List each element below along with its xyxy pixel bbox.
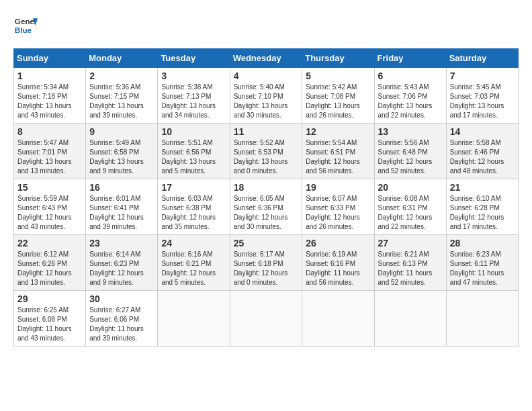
day-number: 4 (234, 71, 299, 81)
day-number: 17 (161, 182, 226, 193)
day-info: Sunrise: 6:12 AMSunset: 6:26 PMDaylight:… (17, 250, 82, 287)
day-info: Sunrise: 6:03 AMSunset: 6:38 PMDaylight:… (161, 194, 226, 232)
week-row-3: 15Sunrise: 5:59 AMSunset: 6:43 PMDayligh… (14, 179, 519, 235)
day-info: Sunrise: 5:47 AMSunset: 7:01 PMDaylight:… (17, 138, 82, 176)
day-info: Sunrise: 6:25 AMSunset: 6:08 PMDaylight:… (17, 306, 82, 343)
day-info: Sunrise: 5:40 AMSunset: 7:10 PMDaylight:… (234, 83, 299, 120)
day-number: 23 (89, 238, 154, 248)
column-header-tuesday: Tuesday (158, 49, 230, 68)
day-info: Sunrise: 6:17 AMSunset: 6:18 PMDaylight:… (234, 250, 299, 287)
day-info: Sunrise: 5:49 AMSunset: 6:58 PMDaylight:… (89, 138, 154, 176)
day-number: 14 (450, 126, 515, 137)
day-number: 26 (306, 238, 370, 248)
calendar-cell (302, 291, 374, 347)
week-row-2: 8Sunrise: 5:47 AMSunset: 7:01 PMDaylight… (14, 124, 519, 179)
column-header-saturday: Saturday (446, 49, 518, 68)
day-number: 3 (161, 71, 226, 81)
page-header: General Blue (13, 13, 519, 38)
calendar-cell: 27Sunrise: 6:21 AMSunset: 6:13 PMDayligh… (374, 235, 446, 291)
day-number: 21 (450, 182, 515, 193)
calendar-cell: 24Sunrise: 6:16 AMSunset: 6:21 PMDayligh… (158, 235, 230, 291)
calendar-cell: 7Sunrise: 5:45 AMSunset: 7:03 PMDaylight… (446, 68, 518, 124)
svg-text:Blue: Blue (15, 26, 32, 34)
calendar-cell: 23Sunrise: 6:14 AMSunset: 6:23 PMDayligh… (86, 235, 158, 291)
calendar-cell: 13Sunrise: 5:56 AMSunset: 6:48 PMDayligh… (374, 124, 446, 179)
day-info: Sunrise: 6:19 AMSunset: 6:16 PMDaylight:… (306, 250, 370, 287)
calendar-cell: 5Sunrise: 5:42 AMSunset: 7:08 PMDaylight… (302, 68, 374, 124)
day-number: 6 (378, 71, 443, 81)
calendar-cell: 2Sunrise: 5:36 AMSunset: 7:15 PMDaylight… (86, 68, 158, 124)
day-info: Sunrise: 5:36 AMSunset: 7:15 PMDaylight:… (89, 83, 154, 120)
day-info: Sunrise: 6:08 AMSunset: 6:31 PMDaylight:… (378, 194, 443, 232)
day-info: Sunrise: 5:45 AMSunset: 7:03 PMDaylight:… (450, 83, 515, 120)
day-number: 11 (234, 126, 299, 137)
calendar-cell: 18Sunrise: 6:05 AMSunset: 6:36 PMDayligh… (230, 179, 302, 235)
calendar-cell: 21Sunrise: 6:10 AMSunset: 6:28 PMDayligh… (446, 179, 518, 235)
calendar-cell: 25Sunrise: 6:17 AMSunset: 6:18 PMDayligh… (230, 235, 302, 291)
day-info: Sunrise: 5:59 AMSunset: 6:43 PMDaylight:… (17, 194, 82, 232)
day-number: 13 (378, 126, 443, 137)
day-number: 18 (234, 182, 299, 193)
day-number: 2 (89, 71, 154, 81)
calendar-cell: 26Sunrise: 6:19 AMSunset: 6:16 PMDayligh… (302, 235, 374, 291)
day-info: Sunrise: 6:01 AMSunset: 6:41 PMDaylight:… (89, 194, 154, 232)
column-header-sunday: Sunday (14, 49, 86, 68)
day-info: Sunrise: 6:16 AMSunset: 6:21 PMDaylight:… (161, 250, 226, 287)
day-info: Sunrise: 6:07 AMSunset: 6:33 PMDaylight:… (306, 194, 370, 232)
day-info: Sunrise: 5:58 AMSunset: 6:46 PMDaylight:… (450, 138, 515, 176)
day-number: 9 (89, 126, 154, 137)
day-number: 22 (17, 238, 82, 248)
day-info: Sunrise: 5:51 AMSunset: 6:56 PMDaylight:… (161, 138, 226, 176)
calendar-cell: 6Sunrise: 5:43 AMSunset: 7:06 PMDaylight… (374, 68, 446, 124)
day-headers-row: SundayMondayTuesdayWednesdayThursdayFrid… (14, 49, 519, 68)
day-number: 28 (450, 238, 515, 248)
day-number: 12 (306, 126, 370, 137)
calendar-cell: 3Sunrise: 5:38 AMSunset: 7:13 PMDaylight… (158, 68, 230, 124)
day-info: Sunrise: 5:52 AMSunset: 6:53 PMDaylight:… (234, 138, 299, 176)
day-number: 1 (17, 71, 82, 81)
day-info: Sunrise: 5:56 AMSunset: 6:48 PMDaylight:… (378, 138, 443, 176)
calendar-cell: 11Sunrise: 5:52 AMSunset: 6:53 PMDayligh… (230, 124, 302, 179)
day-number: 20 (378, 182, 443, 193)
day-info: Sunrise: 5:54 AMSunset: 6:51 PMDaylight:… (306, 138, 370, 176)
day-number: 16 (89, 182, 154, 193)
day-info: Sunrise: 5:34 AMSunset: 7:18 PMDaylight:… (17, 83, 82, 120)
week-row-1: 1Sunrise: 5:34 AMSunset: 7:18 PMDaylight… (14, 68, 519, 124)
column-header-thursday: Thursday (302, 49, 374, 68)
week-row-4: 22Sunrise: 6:12 AMSunset: 6:26 PMDayligh… (14, 235, 519, 291)
calendar-cell: 1Sunrise: 5:34 AMSunset: 7:18 PMDaylight… (14, 68, 86, 124)
day-info: Sunrise: 6:23 AMSunset: 6:11 PMDaylight:… (450, 250, 515, 287)
day-number: 27 (378, 238, 443, 248)
day-info: Sunrise: 5:42 AMSunset: 7:08 PMDaylight:… (306, 83, 370, 120)
calendar-table: SundayMondayTuesdayWednesdayThursdayFrid… (13, 48, 519, 347)
column-header-friday: Friday (374, 49, 446, 68)
calendar-cell: 22Sunrise: 6:12 AMSunset: 6:26 PMDayligh… (14, 235, 86, 291)
calendar-cell: 17Sunrise: 6:03 AMSunset: 6:38 PMDayligh… (158, 179, 230, 235)
calendar-cell: 16Sunrise: 6:01 AMSunset: 6:41 PMDayligh… (86, 179, 158, 235)
calendar-cell (446, 291, 518, 347)
day-info: Sunrise: 6:05 AMSunset: 6:36 PMDaylight:… (234, 194, 299, 232)
calendar-cell (158, 291, 230, 347)
day-info: Sunrise: 6:10 AMSunset: 6:28 PMDaylight:… (450, 194, 515, 232)
calendar-cell: 28Sunrise: 6:23 AMSunset: 6:11 PMDayligh… (446, 235, 518, 291)
calendar-cell: 12Sunrise: 5:54 AMSunset: 6:51 PMDayligh… (302, 124, 374, 179)
column-header-wednesday: Wednesday (230, 49, 302, 68)
calendar-cell: 14Sunrise: 5:58 AMSunset: 6:46 PMDayligh… (446, 124, 518, 179)
day-number: 24 (161, 238, 226, 248)
calendar-cell: 15Sunrise: 5:59 AMSunset: 6:43 PMDayligh… (14, 179, 86, 235)
calendar-cell: 19Sunrise: 6:07 AMSunset: 6:33 PMDayligh… (302, 179, 374, 235)
day-number: 29 (17, 293, 82, 304)
column-header-monday: Monday (86, 49, 158, 68)
calendar-cell (374, 291, 446, 347)
day-number: 10 (161, 126, 226, 137)
day-number: 7 (450, 71, 515, 81)
day-info: Sunrise: 5:43 AMSunset: 7:06 PMDaylight:… (378, 83, 443, 120)
logo-icon: General Blue (13, 13, 38, 38)
week-row-5: 29Sunrise: 6:25 AMSunset: 6:08 PMDayligh… (14, 291, 519, 347)
day-number: 15 (17, 182, 82, 193)
day-number: 5 (306, 71, 370, 81)
calendar-cell: 30Sunrise: 6:27 AMSunset: 6:06 PMDayligh… (86, 291, 158, 347)
calendar-cell: 4Sunrise: 5:40 AMSunset: 7:10 PMDaylight… (230, 68, 302, 124)
day-number: 8 (17, 126, 82, 137)
calendar-cell: 10Sunrise: 5:51 AMSunset: 6:56 PMDayligh… (158, 124, 230, 179)
